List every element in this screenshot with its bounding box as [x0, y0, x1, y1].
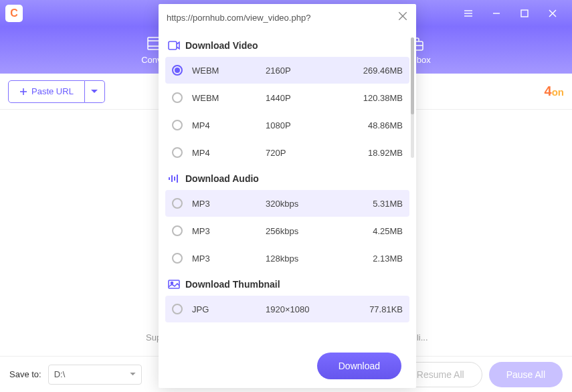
- paste-url-dropdown[interactable]: [85, 80, 105, 103]
- section-title-thumbnail: Download Thumbnail: [185, 279, 280, 290]
- option-format: MP3: [192, 199, 266, 209]
- close-icon: [397, 11, 408, 21]
- option-size: 48.86MB: [368, 120, 403, 130]
- scrollbar-thumb[interactable]: [411, 37, 414, 114]
- option-quality: 128kbps: [266, 254, 373, 264]
- option-size: 2.13MB: [373, 254, 403, 264]
- menu-icon[interactable]: [454, 3, 482, 23]
- brand-part2: on: [552, 86, 564, 98]
- download-button[interactable]: Download: [317, 353, 401, 379]
- modal-close-button[interactable]: [397, 11, 408, 24]
- section-header-audio: Download Audio: [165, 167, 409, 189]
- modal-body: Download Video WEBM2160P269.46MBWEBM1440…: [159, 31, 416, 344]
- option-quality: 1080P: [266, 120, 368, 130]
- video-option-row[interactable]: MP41080P48.86MB: [165, 112, 409, 138]
- save-to-select[interactable]: D:\: [48, 365, 142, 385]
- app-logo: C: [5, 5, 23, 22]
- pause-all-button[interactable]: Pause All: [489, 362, 563, 387]
- section-title-video: Download Video: [185, 40, 258, 51]
- scrollbar[interactable]: [411, 37, 414, 158]
- option-format: JPG: [192, 304, 266, 314]
- svg-rect-18: [169, 177, 170, 180]
- option-size: 120.38MB: [363, 93, 403, 103]
- option-format: MP4: [192, 148, 266, 158]
- video-option-row[interactable]: WEBM2160P269.46MB: [165, 57, 409, 84]
- option-size: 269.46MB: [363, 66, 403, 76]
- svg-rect-4: [521, 10, 528, 17]
- modal-header: https://pornhub.com/view_video.php?: [159, 4, 416, 31]
- save-to-value: D:\: [54, 369, 66, 379]
- minimize-icon[interactable]: [482, 3, 510, 23]
- video-option-row[interactable]: WEBM1440P120.38MB: [165, 84, 409, 111]
- radio-button[interactable]: [172, 225, 183, 236]
- option-quality: 1920×1080: [266, 304, 369, 314]
- pause-all-label: Pause All: [506, 369, 545, 380]
- option-quality: 256kbps: [266, 226, 373, 236]
- video-option-row[interactable]: MP4720P18.92MB: [165, 139, 409, 166]
- option-format: WEBM: [192, 93, 266, 103]
- svg-rect-19: [171, 175, 173, 182]
- chevron-down-icon: [130, 373, 136, 376]
- radio-button[interactable]: [172, 198, 183, 209]
- option-quality: 2160P: [266, 66, 363, 76]
- audio-option-row[interactable]: MP3128kbps2.13MB: [165, 245, 409, 272]
- placeholder-right: ili...: [415, 332, 428, 342]
- svg-rect-17: [169, 41, 177, 50]
- close-icon[interactable]: [539, 3, 567, 23]
- paste-url-group: Paste URL: [8, 80, 105, 103]
- audio-icon: [168, 174, 180, 183]
- modal-footer: Download: [159, 344, 416, 388]
- radio-button[interactable]: [172, 65, 183, 76]
- modal-url: https://pornhub.com/view_video.php?: [167, 13, 392, 23]
- option-size: 77.81KB: [369, 304, 403, 314]
- section-title-audio: Download Audio: [185, 173, 259, 184]
- download-modal: https://pornhub.com/view_video.php? Down…: [159, 4, 416, 388]
- download-button-label: Download: [339, 361, 380, 371]
- paste-url-label: Paste URL: [31, 86, 74, 96]
- option-size: 5.31MB: [373, 199, 403, 209]
- option-quality: 720P: [266, 148, 368, 158]
- radio-button[interactable]: [172, 120, 183, 130]
- resume-all-label: Resume All: [417, 369, 464, 380]
- chevron-down-icon: [91, 90, 98, 94]
- option-size: 4.25MB: [373, 226, 403, 236]
- option-format: MP4: [192, 120, 266, 130]
- option-size: 18.92MB: [368, 148, 403, 158]
- thumbnail-option-row[interactable]: JPG1920×108077.81KB: [165, 296, 409, 322]
- brand-part1: 4: [545, 84, 552, 98]
- logo-letter: C: [10, 7, 18, 19]
- svg-rect-21: [177, 175, 178, 183]
- option-format: WEBM: [192, 66, 266, 76]
- radio-button[interactable]: [172, 253, 183, 264]
- image-icon: [168, 280, 180, 289]
- audio-option-row[interactable]: MP3256kbps4.25MB: [165, 217, 409, 244]
- section-header-thumbnail: Download Thumbnail: [165, 272, 409, 295]
- maximize-icon[interactable]: [510, 3, 539, 23]
- option-format: MP3: [192, 254, 266, 264]
- radio-button[interactable]: [172, 304, 183, 314]
- audio-option-row[interactable]: MP3320kbps5.31MB: [165, 190, 409, 217]
- option-format: MP3: [192, 226, 266, 236]
- paste-url-button[interactable]: Paste URL: [8, 80, 85, 103]
- save-to-label: Save to:: [9, 369, 41, 379]
- video-icon: [168, 41, 180, 50]
- brand-badge: 4on: [545, 84, 564, 99]
- section-header-video: Download Video: [165, 33, 409, 56]
- svg-rect-20: [174, 177, 175, 181]
- option-quality: 1440P: [266, 93, 363, 103]
- option-quality: 320kbps: [266, 199, 373, 209]
- plus-icon: [19, 88, 27, 96]
- window-controls: [454, 3, 567, 23]
- radio-button[interactable]: [172, 147, 183, 158]
- radio-button[interactable]: [172, 92, 183, 103]
